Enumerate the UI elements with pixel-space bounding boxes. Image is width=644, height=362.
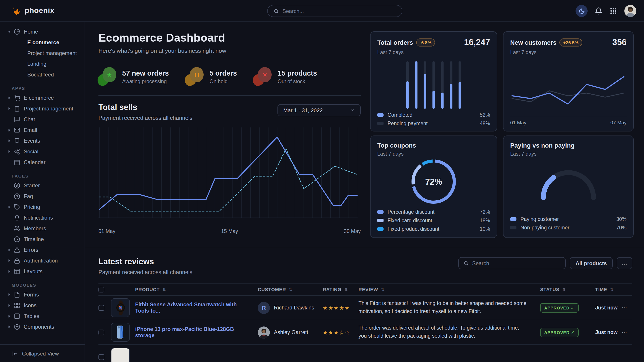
status-badge: APPROVED ✓ [540, 328, 579, 337]
sidebar-subitem-landing[interactable]: Landing [0, 58, 84, 69]
sidebar-item-calendar[interactable]: Calendar [0, 157, 84, 168]
sort-icon[interactable]: ⇅ [344, 288, 348, 292]
sidebar-nav: HomeE commerceProject managementLandingS… [0, 22, 84, 332]
phone-thumbnail-icon [112, 323, 129, 341]
sort-icon[interactable]: ⇅ [289, 288, 292, 292]
dashboard-left-column: Ecommerce Dashboard Here's what's going … [98, 31, 361, 238]
new-customers-badge: +26.5% [560, 38, 582, 46]
col-time[interactable]: TIME ⇅ [595, 287, 622, 292]
sidebar-item-faq[interactable]: Faq [0, 191, 84, 202]
col-product[interactable]: PRODUCT ⇅ [135, 287, 258, 292]
all-products-button[interactable]: All products [570, 257, 613, 269]
collapsed-view-toggle[interactable]: Collapsed View [0, 344, 84, 362]
brand-name: phoenix [24, 6, 54, 15]
reviews-search[interactable] [458, 257, 566, 269]
product-thumbnail[interactable] [111, 298, 130, 317]
dashboard-cards: Total orders -6.8% 16,247 Last 7 days Co… [370, 31, 634, 238]
brand-logo[interactable]: phoenix [12, 6, 54, 15]
sidebar-item-timeline[interactable]: Timeline [0, 234, 84, 245]
legend-label: Percentage discount [388, 209, 434, 214]
product-thumbnail[interactable] [111, 323, 130, 342]
sidebar-item-chat[interactable]: Chat [0, 114, 84, 125]
customer-cell[interactable]: Ashley Garrett [258, 326, 323, 338]
product-link[interactable]: Fitbit Sense Advanced Smartwatch with To… [135, 301, 258, 314]
row-more-button[interactable]: ⋯ [622, 305, 632, 311]
sidebar-subitem-social-feed[interactable]: Social feed [0, 69, 84, 80]
total-orders-legend: Completed 52% Pending payment 48% [377, 110, 490, 127]
watch-thumbnail-icon [112, 299, 129, 317]
sidebar-item-members[interactable]: Members [0, 223, 84, 234]
sort-icon[interactable]: ⇅ [610, 288, 614, 292]
sidebar-item-email[interactable]: Email [0, 125, 84, 135]
new-customers-title: New customers [510, 39, 556, 46]
paying-card: Paying vs non paying Last 7 days Paying … [503, 135, 634, 238]
latest-reviews-subtitle: Payment received across all channels [98, 269, 192, 276]
sidebar-item-home[interactable]: Home [0, 26, 84, 37]
sort-icon[interactable]: ⇅ [162, 288, 166, 292]
quick-stats: ★ 57 new orders Awating processing ❚❚ 5 … [98, 67, 361, 86]
quick-stat-star-icon: ★ [98, 67, 116, 86]
sidebar-item-starter[interactable]: Starter [0, 180, 84, 191]
select-all-checkbox[interactable] [98, 286, 104, 292]
sidebar-item-pricing[interactable]: Pricing [0, 202, 84, 212]
theme-toggle-button[interactable] [576, 5, 588, 17]
date-range-select[interactable]: Mar 1 - 31, 2022 [278, 104, 361, 116]
paying-legend-row: Non-paying customer 70% [510, 223, 626, 232]
sidebar-item-components[interactable]: Components [0, 322, 84, 332]
sort-icon[interactable]: ⇅ [562, 288, 566, 292]
top-coupons-period: Last 7 days [377, 151, 490, 156]
product-thumbnail[interactable] [111, 348, 130, 362]
sidebar-item-icons[interactable]: Icons [0, 300, 84, 311]
top-coupons-legend-row: Percentage discount 72% [377, 208, 490, 216]
total-sells-header: Total sells Payment received across all … [98, 103, 361, 121]
sidebar-subitem-e-commerce[interactable]: E commerce [0, 37, 84, 48]
row-checkbox[interactable] [98, 305, 104, 311]
sidebar-group-label: APPS [12, 86, 84, 91]
legend-swatch-icon [510, 226, 516, 229]
sidebar-group-label: PAGES [12, 174, 84, 178]
customer-cell[interactable]: RRichard Dawkins [258, 302, 323, 314]
review-time: Just now [595, 305, 622, 310]
col-rating[interactable]: RATING ⇅ [323, 287, 358, 292]
sidebar-item-tables[interactable]: Tables [0, 311, 84, 322]
page-subtitle: Here's what's going on at your business … [98, 47, 361, 54]
x-label-start: 01 May [510, 120, 526, 125]
sidebar-item-project-management[interactable]: Project management [0, 103, 84, 114]
legend-label: Pending payment [388, 120, 428, 126]
row-more-button[interactable]: ⋯ [622, 329, 632, 335]
legend-value: 48% [480, 120, 490, 126]
sidebar-item-notifications[interactable]: Notifications [0, 212, 84, 223]
paying-legend: Paying customer 30% Non-paying customer … [510, 215, 626, 232]
product-link[interactable]: iPhone 13 pro max-Pacific Blue-128GB sto… [135, 326, 258, 339]
col-review[interactable]: REVIEW ⇅ [358, 287, 540, 292]
sidebar-item-events[interactable]: Events [0, 135, 84, 146]
global-search-input[interactable] [282, 8, 385, 14]
sidebar-subitem-project-management[interactable]: Project management [0, 48, 84, 58]
sidebar-item-label: Layouts [24, 268, 42, 275]
legend-swatch-icon [377, 218, 384, 222]
row-checkbox[interactable] [98, 329, 104, 335]
reviews-search-input[interactable] [472, 260, 560, 266]
col-status[interactable]: STATUS ⇅ [540, 287, 595, 292]
row-checkbox[interactable] [98, 354, 104, 360]
total-sells-chart-svg [98, 125, 358, 225]
latest-reviews-section: Latest reviews Payment received across a… [98, 257, 632, 362]
reviews-table: PRODUCT ⇅ CUSTOMER ⇅ RATING ⇅ REVIEW ⇅ S… [98, 283, 632, 362]
sidebar-item-layouts[interactable]: Layouts [0, 266, 84, 277]
global-search[interactable] [267, 5, 402, 17]
reviews-more-button[interactable]: ... [617, 257, 632, 269]
quick-stat: ❚❚ 5 orders On hold [186, 67, 237, 86]
col-customer[interactable]: CUSTOMER ⇅ [258, 287, 323, 292]
sidebar-item-authentication[interactable]: Authentication [0, 255, 84, 266]
apps-menu-button[interactable] [610, 7, 617, 15]
notifications-button[interactable] [595, 7, 602, 15]
user-avatar[interactable] [624, 5, 636, 17]
sidebar-item-e-commerce[interactable]: E commerce [0, 93, 84, 103]
sidebar-item-social[interactable]: Social [0, 146, 84, 157]
sidebar-item-errors[interactable]: Errors [0, 245, 84, 255]
sort-icon[interactable]: ⇅ [381, 288, 384, 292]
total-orders-legend-row: Pending payment 48% [377, 119, 490, 127]
total-sells-subtitle: Payment received across all channels [98, 115, 192, 121]
sidebar-item-forms[interactable]: Forms [0, 289, 84, 300]
top-coupons-legend: Percentage discount 72% Fixed card disco… [377, 208, 490, 233]
